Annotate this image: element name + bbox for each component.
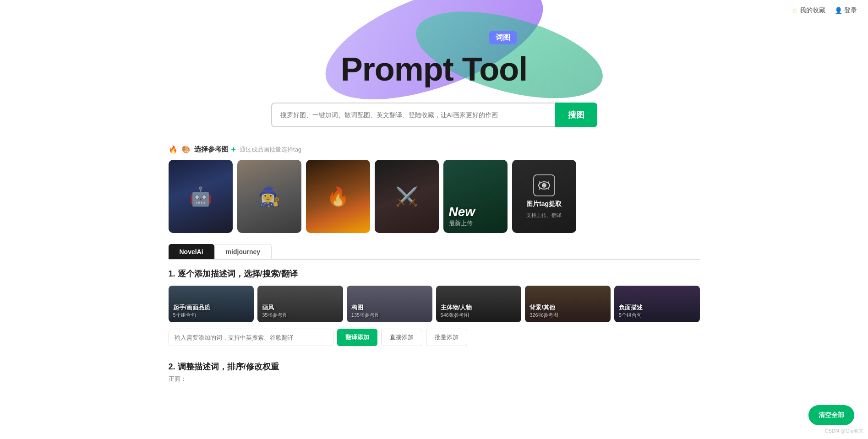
search-bar: 搜图 (0, 103, 868, 127)
ref-image-card-new[interactable]: New 最新上传 (443, 160, 508, 233)
new-sub-label: 最新上传 (449, 219, 473, 228)
ref-sub-label: 通过成品画批量选择tag (240, 146, 301, 154)
hero-section: 词图 Prompt Tool 搜图 (0, 0, 868, 136)
cat-name-background: 背景/其他 (530, 304, 606, 312)
cat-name-quality: 起手/画面品质 (173, 304, 250, 312)
tab-midjourney[interactable]: midjourney (214, 244, 272, 259)
svg-point-2 (543, 184, 545, 186)
cat-count-subject: 546张参考图 (441, 312, 517, 319)
fire-icon: 🔥 (169, 145, 178, 154)
tabs-row: NovelAi midjourney (169, 244, 700, 260)
category-card-negative[interactable]: 负面描述 5个组合句 (614, 286, 700, 322)
step2-title: 2. 调整描述词，排序/修改权重 (169, 361, 700, 372)
login-label: 登录 (844, 6, 857, 15)
card3-art: 🔥 (306, 160, 370, 233)
translate-add-button[interactable]: 翻译添加 (337, 329, 377, 346)
ref-image-card-4[interactable]: ⚔️ (375, 160, 439, 233)
search-input[interactable] (271, 103, 555, 127)
cat-count-background: 326张参考图 (530, 312, 606, 319)
add-word-input[interactable] (169, 329, 333, 346)
login-link[interactable]: 👤 登录 (835, 6, 857, 15)
cat-count-quality: 5个组合句 (173, 312, 250, 319)
palette-icon: 🎨 (181, 145, 191, 154)
card2-art: 🧙‍♀️ (237, 160, 301, 233)
add-word-row: 翻译添加 直接添加 批量添加 (169, 329, 700, 346)
category-card-background[interactable]: 背景/其他 326张参考图 (525, 286, 611, 322)
section-divider (169, 350, 700, 350)
category-card-quality[interactable]: 起手/画面品质 5个组合句 (169, 286, 254, 322)
favorites-label: 我的收藏 (800, 6, 825, 15)
category-cards: 起手/画面品质 5个组合句 画风 35张参考图 构图 135张参考图 主体物/人… (169, 286, 700, 322)
cat-name-subject: 主体物/人物 (441, 304, 517, 312)
step2-sub: 正面： (169, 375, 700, 383)
clear-all-button[interactable]: 清空全部 (808, 405, 854, 425)
ref-image-card-2[interactable]: 🧙‍♀️ (237, 160, 301, 233)
select-ref-label: 选择参考图 + (194, 145, 236, 154)
ref-images-row: 🤖 🧙‍♀️ 🔥 ⚔️ New 最新上传 (169, 160, 700, 233)
ref-image-card-tool[interactable]: 图片tag提取 支持上传、翻译 (512, 160, 576, 233)
cat-count-style: 35张参考图 (262, 312, 338, 319)
star-icon: ☆ (792, 7, 798, 14)
person-icon: 👤 (835, 7, 842, 14)
batch-add-button[interactable]: 批量添加 (426, 329, 467, 346)
card1-art: 🤖 (169, 160, 233, 233)
top-nav: ☆ 我的收藏 👤 登录 (781, 0, 868, 21)
card4-art: ⚔️ (375, 160, 439, 233)
hero-title: Prompt Tool (0, 50, 868, 88)
ref-image-card-3[interactable]: 🔥 (306, 160, 370, 233)
tab-novelai[interactable]: NovelAi (169, 244, 214, 259)
category-card-subject[interactable]: 主体物/人物 546张参考图 (436, 286, 522, 322)
main-content: 🔥 🎨 选择参考图 + 通过成品画批量选择tag 🤖 🧙‍♀️ 🔥 ⚔️ New… (159, 145, 709, 383)
cat-name-style: 画风 (262, 304, 338, 312)
ref-header: 🔥 🎨 选择参考图 + 通过成品画批量选择tag (169, 145, 700, 154)
ref-image-card-1[interactable]: 🤖 (169, 160, 233, 233)
cat-count-negative: 5个组合句 (619, 312, 695, 319)
search-button[interactable]: 搜图 (555, 103, 597, 127)
category-card-style[interactable]: 画风 35张参考图 (257, 286, 343, 322)
tool-sub: 支持上传、翻译 (526, 212, 562, 219)
direct-add-button[interactable]: 直接添加 (381, 329, 422, 346)
tool-title: 图片tag提取 (526, 200, 562, 208)
eye-icon (538, 179, 551, 192)
watermark: CSDN @Giu渔夫 (824, 428, 863, 434)
category-card-composition[interactable]: 构图 135张参考图 (347, 286, 432, 322)
cat-count-composition: 135张参考图 (351, 312, 428, 319)
tool-icon-box (533, 174, 555, 196)
favorites-link[interactable]: ☆ 我的收藏 (792, 6, 825, 15)
hero-badge: 词图 (489, 31, 517, 44)
step1-title: 1. 逐个添加描述词，选择/搜索/翻译 (169, 268, 700, 279)
cat-name-composition: 构图 (351, 304, 428, 312)
cat-name-negative: 负面描述 (619, 304, 695, 312)
new-label: New (449, 205, 475, 219)
